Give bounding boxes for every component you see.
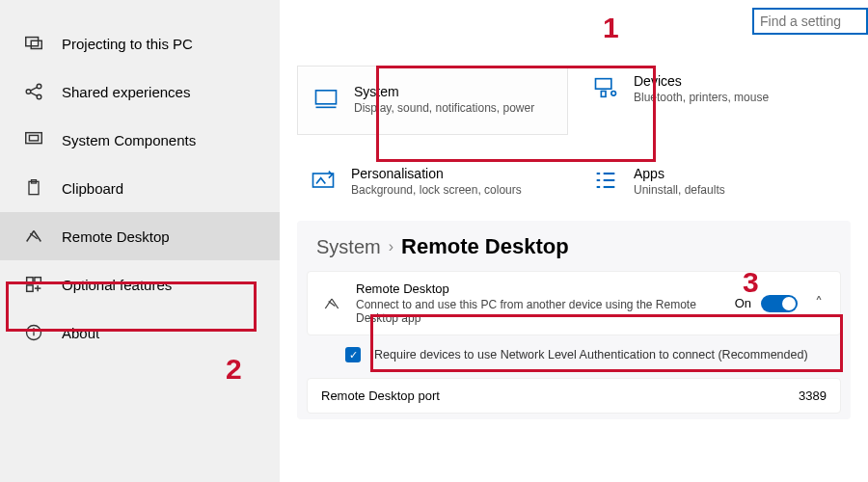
sidebar-item-about[interactable]: About <box>0 308 280 357</box>
breadcrumb-current: Remote Desktop <box>401 234 569 259</box>
row-desc: Connect to and use this PC from another … <box>356 298 721 325</box>
tile-personalisation[interactable]: Personalisation Background, lock screen,… <box>297 158 568 206</box>
info-icon <box>23 322 44 343</box>
tile-devices[interactable]: Devices Bluetooth, printers, mouse <box>580 66 851 135</box>
chevron-up-icon[interactable]: ˄ <box>811 294 827 312</box>
remote-desktop-icon <box>23 226 44 247</box>
svg-rect-11 <box>27 278 33 283</box>
sidebar-item-label: Projecting to this PC <box>62 36 193 52</box>
sidebar-item-remote-desktop[interactable]: Remote Desktop <box>0 212 280 260</box>
sidebar-item-label: About <box>62 325 99 341</box>
settings-sidebar: Projecting to this PC Shared experiences… <box>0 0 280 482</box>
svg-rect-8 <box>29 135 38 141</box>
svg-line-5 <box>30 87 37 91</box>
remote-desktop-row-icon <box>321 293 342 314</box>
tile-apps[interactable]: Apps Uninstall, defaults <box>580 158 851 206</box>
row-title: Remote Desktop <box>356 281 721 296</box>
components-icon <box>23 129 44 150</box>
sidebar-item-label: System Components <box>62 132 196 148</box>
tile-title: System <box>354 84 554 99</box>
settings-tiles: System Display, sound, notifications, po… <box>297 66 851 205</box>
svg-rect-12 <box>35 278 41 283</box>
tile-sub: Bluetooth, printers, mouse <box>634 91 839 106</box>
svg-line-6 <box>30 93 37 96</box>
svg-rect-22 <box>601 92 606 97</box>
tile-sub: Background, lock screen, colours <box>351 183 556 199</box>
sidebar-item-projecting[interactable]: Projecting to this PC <box>0 19 280 67</box>
sidebar-item-system-components[interactable]: System Components <box>0 116 280 164</box>
port-label: Remote Desktop port <box>321 388 799 403</box>
projecting-icon <box>23 33 44 54</box>
port-value: 3389 <box>799 388 827 403</box>
system-icon <box>312 84 340 113</box>
svg-point-18 <box>33 329 34 330</box>
nla-label: Require devices to use Network Level Aut… <box>374 348 827 362</box>
content-area: System Display, sound, notifications, po… <box>280 0 868 482</box>
clipboard-icon <box>23 177 44 199</box>
share-icon <box>23 81 44 102</box>
nla-checkbox[interactable]: ✓ <box>345 347 361 362</box>
nla-checkbox-row[interactable]: ✓ Require devices to use Network Level A… <box>307 341 841 372</box>
svg-rect-0 <box>26 38 39 46</box>
personalisation-icon <box>309 166 338 195</box>
svg-rect-1 <box>31 40 41 48</box>
sidebar-item-label: Clipboard <box>62 180 123 197</box>
sidebar-item-clipboard[interactable]: Clipboard <box>0 164 280 212</box>
sidebar-item-label: Optional features <box>62 277 172 293</box>
search-input[interactable] <box>752 8 868 35</box>
breadcrumb-root[interactable]: System <box>316 236 381 258</box>
remote-desktop-toggle[interactable] <box>761 295 798 312</box>
tile-title: Personalisation <box>351 166 556 181</box>
tile-system[interactable]: System Display, sound, notifications, po… <box>297 66 568 135</box>
devices-icon <box>591 73 620 102</box>
sidebar-item-label: Shared experiences <box>62 84 190 100</box>
tile-sub: Display, sound, notifications, power <box>354 101 554 117</box>
toggle-state-label: On <box>735 296 751 310</box>
features-icon <box>23 274 44 295</box>
sidebar-item-optional-features[interactable]: Optional features <box>0 260 280 308</box>
chevron-right-icon: › <box>389 238 393 255</box>
annotation-number-1: 1 <box>603 12 619 44</box>
tile-sub: Uninstall, defaults <box>634 183 839 199</box>
svg-rect-13 <box>27 285 33 291</box>
sidebar-item-label: Remote Desktop <box>62 228 170 245</box>
remote-desktop-panel: System › Remote Desktop Remote Desktop C… <box>297 221 851 419</box>
remote-desktop-port-row[interactable]: Remote Desktop port 3389 <box>307 378 841 414</box>
apps-icon <box>591 166 620 195</box>
sidebar-item-shared-experiences[interactable]: Shared experiences <box>0 67 280 116</box>
breadcrumb: System › Remote Desktop <box>307 230 841 271</box>
svg-point-23 <box>611 92 616 96</box>
svg-rect-19 <box>316 91 337 104</box>
svg-rect-7 <box>26 133 42 144</box>
remote-desktop-toggle-row[interactable]: Remote Desktop Connect to and use this P… <box>307 271 841 335</box>
svg-rect-21 <box>596 79 611 90</box>
tile-title: Devices <box>634 73 839 89</box>
tile-title: Apps <box>634 166 839 181</box>
